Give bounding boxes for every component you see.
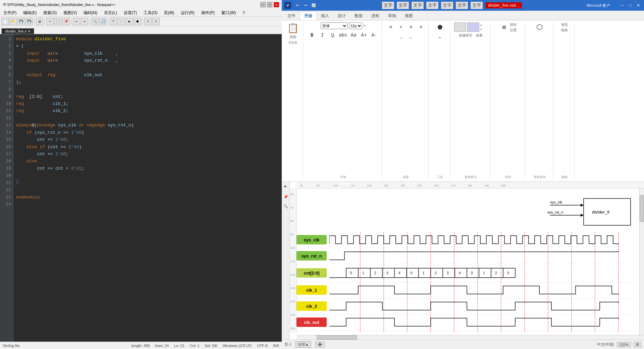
menu-search[interactable]: 搜索(S) <box>41 9 59 16</box>
zh-btn-6[interactable]: 文字 <box>456 2 468 9</box>
horizontal-scrollbar[interactable] <box>297 335 644 340</box>
outdent-button[interactable]: ← <box>406 33 416 43</box>
zoom-in-button[interactable]: + <box>110 18 117 25</box>
macro-button[interactable]: ▶ <box>126 18 133 25</box>
para-row1: ≡ ≡ ≡ ≡ <box>386 22 426 32</box>
tab-home[interactable]: 开始 <box>300 11 317 20</box>
font-family-select[interactable]: 宋体 <box>321 22 347 29</box>
tab-view[interactable]: 视图 <box>400 11 417 20</box>
italic-button[interactable]: I <box>318 31 327 40</box>
refresh-button-v[interactable]: 🔄 <box>310 2 317 9</box>
redo-button[interactable]: ↪ <box>81 18 88 25</box>
bold-button[interactable]: B <box>307 31 317 40</box>
menu-encoding[interactable]: 编码(N) <box>82 9 99 16</box>
undo-button[interactable]: ↩ <box>73 18 80 25</box>
unfold-all-button[interactable]: ⬆ <box>152 18 160 25</box>
menu-tools[interactable]: 工具(O) <box>142 9 159 16</box>
tab-data[interactable]: 数据 <box>350 11 367 20</box>
tab-divider-five[interactable]: divider_five.v ✕ <box>1 28 34 34</box>
fold-all-button[interactable]: ⬇ <box>144 18 152 25</box>
font-size-select[interactable]: 12pt <box>349 22 362 29</box>
underline-button[interactable]: U <box>328 31 337 40</box>
tab-close-icon[interactable]: ✕ <box>28 30 31 33</box>
redo-button-v[interactable]: ↪ <box>302 2 309 9</box>
align-justify-button[interactable]: ≡ <box>416 22 426 32</box>
code-editor[interactable]: module divider_five = ( input wire sys_c… <box>13 34 282 342</box>
save-all-button[interactable]: 💾 <box>25 18 33 25</box>
minimize-button[interactable]: ─ <box>260 2 266 7</box>
cut-button[interactable]: ✂ <box>46 18 54 25</box>
zh-btn-3[interactable]: 文字 <box>412 2 424 9</box>
macro-play-button[interactable]: ⏺ <box>134 18 141 25</box>
vertical-scrollbar[interactable] <box>639 188 644 335</box>
copy-button[interactable]: 📋 <box>54 18 62 25</box>
svg-text:3: 3 <box>386 271 388 275</box>
restore-button-v[interactable]: □ <box>627 2 633 8</box>
visio-status-left: 页-1 全部▲ ➕ <box>284 341 325 348</box>
tab-design[interactable]: 设计 <box>333 11 350 20</box>
svg-text:1: 1 <box>423 271 425 275</box>
find-button[interactable]: 🔍 <box>91 18 99 25</box>
menu-macro[interactable]: 宏(M) <box>162 9 176 16</box>
svg-text:110: 110 <box>350 184 355 187</box>
tool2-button[interactable]: ✏ <box>435 33 445 42</box>
tab-review[interactable]: 审阅 <box>384 11 400 20</box>
panel-zoom-btn[interactable]: 🔍 <box>282 203 289 210</box>
menu-file[interactable]: 文件(F) <box>1 9 18 16</box>
zh-btn-5[interactable]: 文字 <box>441 2 453 9</box>
add-page-button[interactable]: ➕ <box>315 342 325 347</box>
menu-help[interactable]: ? <box>240 10 247 16</box>
tab-process[interactable]: 进程 <box>367 11 384 20</box>
style-row: ▲ ▼ <box>454 22 487 32</box>
indent-button[interactable]: → <box>396 33 406 43</box>
style-scroll[interactable]: ▲ ▼ <box>480 22 487 32</box>
align-center-button[interactable]: ≡ <box>396 22 406 32</box>
zh-btn-2[interactable]: 文字 <box>397 2 409 9</box>
replace-button[interactable]: 🔄 <box>99 18 107 25</box>
all-pages-button[interactable]: 全部▲ <box>296 341 311 348</box>
zh-btn-7[interactable]: 文字 <box>471 2 483 9</box>
signal-label-sysclk: sys_clk <box>297 235 327 244</box>
undo-button-v[interactable]: ↩ <box>294 2 301 9</box>
align-left-button[interactable]: ≡ <box>386 22 395 32</box>
font-shrink-button[interactable]: A- <box>370 31 379 40</box>
zh-btn-4[interactable]: 文字 <box>426 2 438 9</box>
print-button[interactable]: 🖨 <box>36 18 43 25</box>
zh-btn-1[interactable]: 文字 <box>382 2 394 9</box>
visio-canvas[interactable]: 80 90 100 110 120 130 140 150 160 170 18… <box>290 182 644 340</box>
align-right-button[interactable]: ≡ <box>406 22 416 32</box>
tool1-button[interactable]: ⬟ <box>435 22 445 32</box>
change-shape-button[interactable]: ⬡ <box>535 22 544 32</box>
signal-label-clk1: clk_1 <box>297 285 327 295</box>
restore-button[interactable]: □ <box>267 2 272 7</box>
menu-window[interactable]: 窗口(W) <box>219 9 238 16</box>
paste-button[interactable]: 📌 <box>62 18 70 25</box>
font-color-button[interactable]: Aa <box>349 31 358 40</box>
panel-expand-btn[interactable]: ▶ <box>282 183 289 190</box>
style2-button[interactable] <box>467 22 479 32</box>
menu-edit[interactable]: 编辑(E) <box>21 9 39 16</box>
menu-run[interactable]: 运行(R) <box>179 9 197 16</box>
open-button[interactable]: 📂 <box>9 18 17 25</box>
menu-settings[interactable]: 设置(T) <box>122 9 139 16</box>
menu-language[interactable]: 语言(L) <box>102 9 119 16</box>
save-button[interactable]: 💾 <box>17 18 25 25</box>
new-button[interactable]: 📄 <box>1 18 9 25</box>
style1-button[interactable] <box>454 22 466 32</box>
paste-big-btn[interactable]: 📋 粘贴 <box>287 22 299 39</box>
close-button-v[interactable]: ✕ <box>635 2 641 8</box>
strikethrough-button[interactable]: abc <box>338 31 348 40</box>
tab-insert[interactable]: 插入 <box>317 11 333 20</box>
font-expand-icon[interactable]: ▼ <box>364 24 366 28</box>
horizontal-ruler: 80 90 100 110 120 130 140 150 160 170 18… <box>297 182 644 188</box>
arrange-button[interactable]: ⊞ <box>499 22 509 32</box>
menu-view[interactable]: 视图(V) <box>61 9 79 16</box>
panel-pin-btn[interactable]: 📌 <box>282 194 289 200</box>
tab-file[interactable]: 文件 <box>283 11 300 20</box>
zoom-fit-button[interactable]: ⊞ <box>634 342 641 347</box>
font-grow-button[interactable]: A+ <box>359 31 369 40</box>
menu-plugins[interactable]: 插件(P) <box>199 9 217 16</box>
zoom-out-button[interactable]: - <box>118 18 125 25</box>
close-button[interactable]: ✕ <box>274 2 279 7</box>
minimize-button-v[interactable]: ─ <box>619 2 625 8</box>
